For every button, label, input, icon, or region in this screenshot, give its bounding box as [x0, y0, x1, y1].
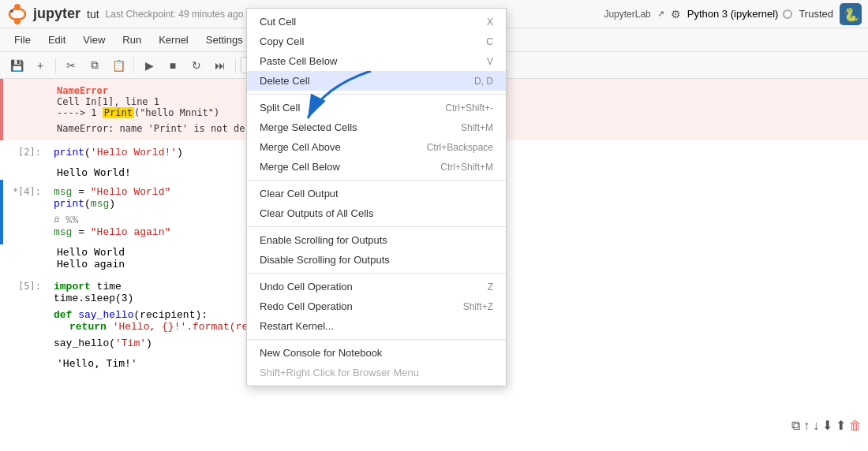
ctx-delete-shortcut: D, D	[474, 76, 493, 87]
ctx-separator-3	[247, 226, 506, 227]
ctx-cut-label: Cut Cell	[260, 16, 296, 28]
ctx-enable-scroll-label: Enable Scrolling for Outputs	[260, 234, 387, 246]
ctx-merge-below[interactable]: Merge Cell Below Ctrl+Shift+M	[247, 157, 506, 177]
move-up-btn[interactable]: ↑	[803, 419, 810, 433]
ctx-clear-output-label: Clear Cell Output	[260, 188, 339, 199]
ctx-separator-1	[247, 94, 506, 95]
cell-5-label: [5]:	[0, 278, 47, 292]
code-print: print	[54, 147, 84, 158]
fn-print: print	[54, 198, 84, 210]
svg-text:🐍: 🐍	[844, 7, 859, 22]
context-menu: Cut Cell X Copy Cell C Paste Cell Below …	[246, 8, 507, 386]
ctx-undo-cell[interactable]: Undo Cell Operation Z	[247, 277, 506, 296]
ctx-separator-5	[247, 339, 506, 340]
kernel-info: Python 3 (ipykernel)	[687, 8, 793, 20]
ctx-enable-scrolling[interactable]: Enable Scrolling for Outputs	[247, 230, 506, 250]
notebook-name[interactable]: tut	[87, 8, 99, 20]
ctx-merge-above[interactable]: Merge Cell Above Ctrl+Backspace	[247, 137, 506, 157]
ctx-new-console-label: New Console for Notebook	[260, 347, 382, 359]
var-msg: msg	[54, 186, 72, 198]
cell-toolbar: ⧉ ↑ ↓ ⬇ ⬆ 🗑	[791, 418, 862, 433]
copy-cell-button[interactable]: ⧉	[84, 55, 105, 76]
error-location: Cell In[1], line 1	[57, 96, 262, 107]
save-button[interactable]: 💾	[6, 55, 27, 76]
ctx-split-label: Split Cell	[260, 102, 300, 114]
jupyter-logo-icon	[6, 3, 28, 25]
copy-cell-toolbar-btn[interactable]: ⧉	[791, 419, 800, 433]
toolbar-separator-3	[235, 58, 236, 73]
restart-kernel-button[interactable]: ↻	[186, 55, 207, 76]
ctx-split-cell[interactable]: Split Cell Ctrl+Shift+-	[247, 98, 506, 117]
kw-return: return	[69, 321, 107, 333]
app-title: jupyter	[33, 6, 80, 22]
ctx-browser-hint-label: Shift+Right Click for Browser Menu	[260, 367, 419, 378]
ctx-disable-scroll-label: Disable Scrolling for Outputs	[260, 254, 390, 266]
ctx-merge-selected[interactable]: Merge Selected Cells Shift+M	[247, 117, 506, 137]
add-below-btn[interactable]: ⬆	[836, 418, 846, 433]
ctx-redo-cell[interactable]: Redo Cell Operation Shift+Z	[247, 296, 506, 316]
ctx-delete-cell[interactable]: Delete Cell D, D	[247, 71, 506, 91]
menu-edit[interactable]: Edit	[40, 32, 73, 47]
ctx-copy-shortcut: C	[486, 36, 493, 47]
restart-run-all-button[interactable]: ⏭	[210, 55, 230, 76]
kw-import: import	[54, 281, 91, 293]
delete-cell-toolbar-btn[interactable]: 🗑	[849, 419, 862, 433]
interrupt-kernel-button[interactable]: ■	[163, 55, 183, 76]
kernel-status-indicator	[783, 9, 792, 19]
toolbar-separator-1	[55, 58, 56, 73]
python-icon: 🐍	[840, 3, 862, 25]
kw-def: def	[54, 309, 72, 321]
ctx-clear-all-label: Clear Outputs of All Cells	[260, 207, 374, 219]
move-down-btn[interactable]: ↓	[813, 419, 819, 433]
ctx-merge-selected-label: Merge Selected Cells	[260, 121, 357, 133]
ctx-paste-label: Paste Cell Below	[260, 55, 337, 67]
menu-kernel[interactable]: Kernel	[151, 32, 196, 47]
ctx-disable-scrolling[interactable]: Disable Scrolling for Outputs	[247, 250, 506, 270]
error-title: NameError	[57, 85, 262, 96]
ctx-paste-cell[interactable]: Paste Cell Below V	[247, 51, 506, 71]
ctx-copy-cell[interactable]: Copy Cell C	[247, 32, 506, 51]
var-msg2: msg	[91, 198, 109, 210]
paste-cell-button[interactable]: 📋	[108, 55, 129, 76]
menu-settings[interactable]: Settings	[198, 32, 251, 47]
ctx-restart-label: Restart Kernel...	[260, 320, 334, 332]
cut-cell-button[interactable]: ✂	[61, 55, 81, 76]
ctx-restart-kernel[interactable]: Restart Kernel...	[247, 316, 506, 336]
str-ha: "Hello again"	[91, 226, 170, 238]
ctx-undo-label: Undo Cell Operation	[260, 281, 353, 293]
settings-icon[interactable]: ⚙	[671, 8, 681, 20]
ctx-cut-cell[interactable]: Cut Cell X	[247, 12, 506, 32]
var-msg3: msg	[54, 226, 72, 238]
cell-4-label: *[4]:	[0, 183, 47, 197]
cell-2-label: [2]:	[0, 144, 47, 158]
menu-run[interactable]: Run	[114, 32, 149, 47]
active-cell-indicator	[0, 180, 3, 244]
menu-file[interactable]: File	[6, 32, 39, 47]
ctx-delete-label: Delete Cell	[260, 75, 310, 87]
ctx-merge-above-label: Merge Cell Above	[260, 141, 341, 153]
str-hw: "Hello World"	[91, 186, 170, 198]
ctx-paste-shortcut: V	[487, 56, 493, 67]
ctx-separator-4	[247, 273, 506, 274]
add-cell-button[interactable]: +	[30, 55, 51, 76]
menu-view[interactable]: View	[75, 32, 113, 47]
ctx-new-console[interactable]: New Console for Notebook	[247, 343, 506, 363]
checkpoint-info: Last Checkpoint: 49 minutes ago	[106, 9, 244, 20]
ctx-clear-output[interactable]: Clear Cell Output	[247, 184, 506, 203]
ctx-cut-shortcut: X	[487, 17, 493, 28]
ctx-redo-shortcut: Shift+Z	[463, 301, 493, 312]
download-btn[interactable]: ⬇	[822, 418, 832, 433]
svg-point-3	[10, 9, 13, 13]
jupyterlab-link[interactable]: JupyterLab	[604, 9, 650, 20]
kernel-name-label: Python 3 (ipykernel)	[687, 8, 779, 20]
ctx-clear-all-outputs[interactable]: Clear Outputs of All Cells	[247, 203, 506, 223]
code-string-hw: 'Hello World!'	[91, 147, 177, 158]
str-tim: 'Tim'	[115, 337, 146, 349]
ctx-copy-label: Copy Cell	[260, 35, 304, 47]
trusted-label: Trusted	[799, 8, 833, 20]
ctx-separator-2	[247, 180, 506, 181]
run-cell-button[interactable]: ▶	[139, 55, 159, 76]
ctx-split-shortcut: Ctrl+Shift+-	[445, 102, 493, 114]
ctx-redo-label: Redo Cell Operation	[260, 300, 353, 312]
ctx-merge-below-shortcut: Ctrl+Shift+M	[440, 162, 493, 173]
